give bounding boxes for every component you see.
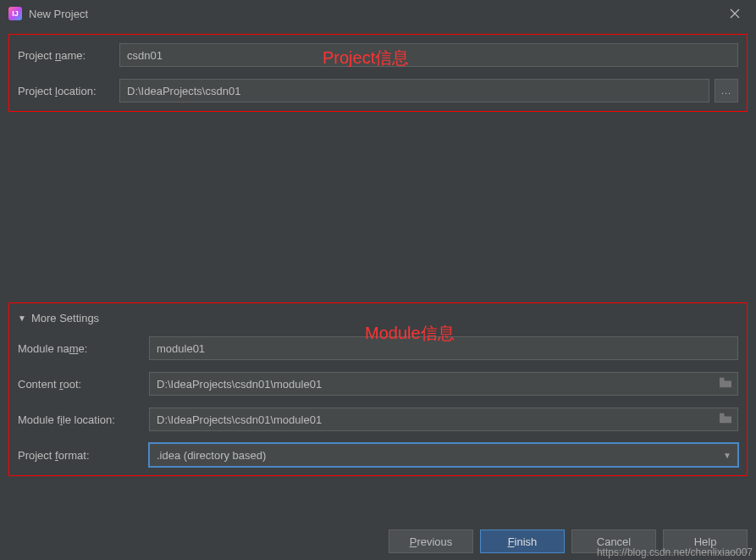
previous-button[interactable]: Previous <box>389 530 473 553</box>
folder-icon[interactable] <box>720 413 731 426</box>
content-root-label: Content root: <box>18 378 149 391</box>
module-file-location-input[interactable] <box>149 408 738 431</box>
content-root-input[interactable] <box>149 372 738 396</box>
more-settings-toggle[interactable]: ▼ More Settings <box>18 312 738 324</box>
folder-icon[interactable] <box>720 378 731 391</box>
titlebar: IJ New Project <box>0 0 756 27</box>
browse-location-button[interactable]: ... <box>715 79 738 103</box>
more-settings-label: More Settings <box>31 312 99 324</box>
chevron-down-icon: ▼ <box>18 313 26 323</box>
project-format-select[interactable]: .idea (directory based) <box>149 443 738 467</box>
project-location-input[interactable] <box>119 79 709 103</box>
close-icon[interactable] <box>722 1 748 26</box>
project-format-label: Project format: <box>18 449 149 462</box>
finish-button[interactable]: Finish <box>480 530 565 553</box>
watermark: https://blog.csdn.net/chenlixiao007 <box>597 546 753 558</box>
project-name-label: Project name: <box>18 49 119 62</box>
module-name-label: Module name: <box>18 342 149 355</box>
module-name-input[interactable] <box>149 336 738 360</box>
project-name-input[interactable] <box>119 43 738 67</box>
project-section: Project信息 Project name: Project location… <box>8 34 748 112</box>
module-file-location-label: Module file location: <box>18 413 149 426</box>
intellij-icon: IJ <box>8 7 22 20</box>
project-location-label: Project location: <box>18 85 119 97</box>
more-settings-section: Module信息 ▼ More Settings Module name: Co… <box>8 302 748 476</box>
window-title: New Project <box>29 8 722 20</box>
